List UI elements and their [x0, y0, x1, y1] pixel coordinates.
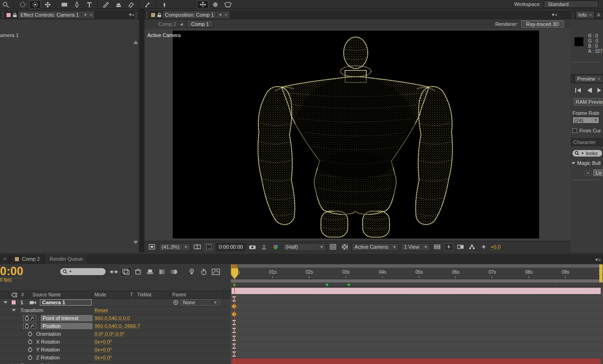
preview-grid-icon[interactable]: [147, 243, 157, 251]
target-region-icon[interactable]: [328, 243, 338, 251]
tab-close-icon[interactable]: ×: [89, 13, 92, 18]
zoom-tool-icon[interactable]: [0, 0, 12, 9]
exposure-value[interactable]: +0.0: [490, 244, 501, 250]
layer-expand-icon[interactable]: [4, 301, 7, 304]
column-source-name[interactable]: Source Name: [32, 292, 61, 297]
graph-editor-icon[interactable]: [210, 267, 222, 277]
panel-grip[interactable]: [146, 12, 148, 18]
stopwatch-icon[interactable]: [28, 332, 32, 337]
work-area-start-grip[interactable]: [231, 264, 237, 268]
motion-blur-icon[interactable]: [168, 267, 180, 277]
eraser-tool-icon[interactable]: [125, 0, 137, 9]
stopwatch-icon[interactable]: [28, 339, 32, 345]
stopwatch-group[interactable]: [23, 315, 36, 321]
parent-select[interactable]: None ▼: [181, 299, 220, 306]
auto-keyframe-icon[interactable]: [198, 267, 210, 277]
local-axis-mode-icon[interactable]: [197, 0, 208, 9]
tab-dropdown-icon[interactable]: ▼: [81, 13, 87, 17]
view-axis-mode-icon[interactable]: [222, 0, 233, 9]
composition-frame[interactable]: [173, 31, 539, 238]
tab-partial[interactable]: A: [595, 11, 603, 19]
layer-name[interactable]: Camera 1: [40, 299, 92, 306]
first-frame-button[interactable]: [575, 88, 581, 93]
workspace-select[interactable]: Standard: [544, 0, 598, 8]
property-row-y-rotation[interactable]: Y Rotation 0x+0.0°: [0, 346, 231, 354]
track-camera1[interactable]: [231, 287, 603, 295]
clone-stamp-tool-icon[interactable]: [113, 0, 124, 9]
pen-tool-icon[interactable]: [71, 0, 82, 9]
breadcrumb-comp2[interactable]: Comp 2: [158, 21, 176, 27]
track-form[interactable]: [231, 358, 603, 364]
stopwatch-icon[interactable]: [28, 355, 32, 360]
property-row-point-of-interest[interactable]: Point of Interest 960.0,540.0,0.0: [0, 314, 231, 322]
ec-scrollbar[interactable]: [133, 41, 138, 244]
search-scope-arrow-icon[interactable]: ▼: [69, 270, 72, 274]
breadcrumb-back-icon[interactable]: ◀: [180, 22, 183, 26]
character-panel-header[interactable]: Character: [571, 138, 603, 146]
panel-grip[interactable]: [572, 76, 573, 82]
fast-previews-icon[interactable]: [444, 243, 453, 251]
group-expand-icon[interactable]: [572, 162, 575, 164]
stopwatch-icon[interactable]: [25, 316, 29, 321]
pixel-aspect-icon[interactable]: [456, 243, 465, 251]
column-t[interactable]: T: [130, 292, 133, 297]
exposure-icon[interactable]: [479, 243, 488, 251]
navigator-strip[interactable]: [231, 264, 603, 268]
magnification-select[interactable]: (41.3%)▼: [159, 243, 190, 251]
time-ruler[interactable]: 00s 01s 02s 03s 04s 05s 06s 07s 08s 09s …: [231, 268, 603, 279]
orbit-camera-tool-icon[interactable]: [29, 0, 41, 9]
group-expand-icon[interactable]: [12, 309, 16, 312]
draft-3d-icon[interactable]: [120, 267, 132, 277]
tab-render-queue[interactable]: Render Queue: [45, 254, 88, 264]
tab-dropdown-icon[interactable]: ▼: [216, 13, 222, 17]
safe-margins-icon[interactable]: [193, 243, 202, 251]
layer-bar-camera1[interactable]: [232, 288, 601, 294]
marker-strip[interactable]: [231, 282, 603, 287]
snapshot-camera-icon[interactable]: [248, 243, 257, 251]
rotate-tool-icon[interactable]: [17, 0, 28, 9]
column-mode[interactable]: Mode: [94, 292, 106, 297]
renderer-button[interactable]: Ray-traced 3D: [521, 20, 564, 28]
effects-search-input[interactable]: ▼ looks: [572, 150, 602, 157]
stopwatch-icon[interactable]: [25, 324, 29, 329]
reset-link[interactable]: Reset: [94, 308, 108, 314]
frame-blending-icon[interactable]: [144, 267, 156, 277]
view-layout-select[interactable]: 1 View▼: [401, 243, 430, 251]
3d-view-select[interactable]: Active Camera▼: [352, 243, 399, 251]
type-tool-icon[interactable]: [83, 0, 95, 9]
tab-effect-controls[interactable]: Effect Controls: Camera 1 ▼ ×: [18, 11, 95, 19]
property-row-position[interactable]: Position 960.0,540.0,-2666.7: [0, 322, 231, 330]
layer-bar-form[interactable]: [232, 358, 601, 364]
rectangle-tool-icon[interactable]: [58, 0, 70, 9]
panel-grip[interactable]: [572, 12, 574, 18]
panel-menu-icon[interactable]: ▼≡: [595, 257, 600, 262]
column-parent[interactable]: Parent: [172, 292, 186, 297]
tab-info[interactable]: Info ×: [575, 11, 594, 19]
composition-viewer[interactable]: Active Camera: [144, 29, 571, 241]
effects-group-label[interactable]: Magic Bull: [577, 160, 601, 166]
lock-icon[interactable]: [12, 12, 18, 18]
pan-tool-icon[interactable]: [42, 0, 53, 9]
stopwatch-icon[interactable]: [28, 347, 32, 352]
column-trkmat[interactable]: TrkMat: [137, 292, 151, 297]
breadcrumb-comp1[interactable]: Comp 1: [187, 20, 214, 28]
scroll-up-icon[interactable]: [133, 41, 138, 44]
show-channel-icon[interactable]: [271, 243, 280, 251]
layer-label-swatch[interactable]: [11, 300, 16, 305]
play-button[interactable]: [597, 88, 602, 93]
property-group-transform[interactable]: Transform Reset: [0, 307, 231, 314]
tab-close-icon[interactable]: ×: [225, 13, 227, 18]
current-time-field[interactable]: 0:00:00:00: [216, 243, 245, 251]
region-of-interest-icon[interactable]: [204, 243, 214, 251]
ram-preview-button[interactable]: RAM Previe: [573, 98, 603, 106]
resolution-select[interactable]: (Half)▼: [283, 243, 326, 251]
panel-grip[interactable]: [135, 12, 138, 18]
work-area-end-grip[interactable]: [599, 264, 603, 282]
tab-close-icon[interactable]: ×: [589, 13, 592, 18]
hidden-tab-close[interactable]: ×: [0, 254, 10, 264]
composition-mini-flowchart-icon[interactable]: [108, 267, 120, 277]
property-group-camera-options[interactable]: Camera Options: [0, 362, 231, 364]
puppet-pin-tool-icon[interactable]: [158, 0, 170, 9]
search-scope-arrow-icon[interactable]: ▼: [581, 151, 584, 156]
shy-layers-icon[interactable]: [132, 267, 144, 277]
